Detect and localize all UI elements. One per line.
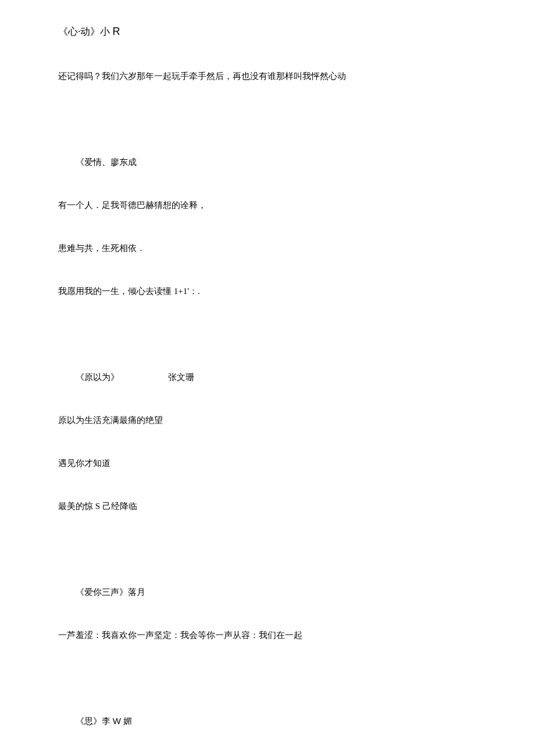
- poem-5-title-prefix: 《思》李: [76, 716, 113, 726]
- poem-3-line-3: 最美的惊 S 己经降临: [58, 499, 477, 513]
- poem-5-title-letter: W: [113, 716, 121, 726]
- poem-3-title: 《原以为》: [76, 372, 119, 382]
- poem-5-title-suffix: 媚: [121, 716, 132, 726]
- spacer: [58, 542, 477, 556]
- poem-1-title-prefix: 《心·动》小: [58, 26, 113, 37]
- poem-4-line-1: 一芦羞涩：我喜欢你一声坚定：我会等你一声从容：我们在一起: [58, 628, 477, 642]
- poem-2-line-3: 我愿用我的一生，倾心去读懂 1+1'：.: [58, 284, 477, 298]
- poem-4-title: 《爱你三声》落月: [58, 585, 477, 599]
- poem-1-title: 《心·动》小 R: [58, 23, 477, 40]
- spacer: [58, 112, 477, 126]
- poem-2-line-1: 有一个人．足我哥德巴赫猜想的诠释，: [58, 198, 477, 212]
- poem-2-line-2: 患难与共，生死相依．: [58, 241, 477, 255]
- poem-1-line-1: 还记得吗？我们六岁那年一起玩手牵手然后，再也没有谁那样叫我怦然心动: [58, 69, 477, 83]
- poem-3-line-2: 遇见你才知道: [58, 456, 477, 470]
- poem-2-title: 《爱情、廖东成: [58, 155, 477, 169]
- poem-5-title: 《思》李 W 媚: [58, 714, 477, 728]
- poem-1-title-letter: R: [113, 26, 120, 37]
- spacer: [58, 327, 477, 341]
- poem-3-line-1: 原以为生活充满最痛的绝望: [58, 413, 477, 427]
- poem-3-title-line: 《原以为》 张文珊: [58, 370, 477, 384]
- poem-3-author: 张文珊: [168, 370, 194, 384]
- spacer: [58, 671, 477, 685]
